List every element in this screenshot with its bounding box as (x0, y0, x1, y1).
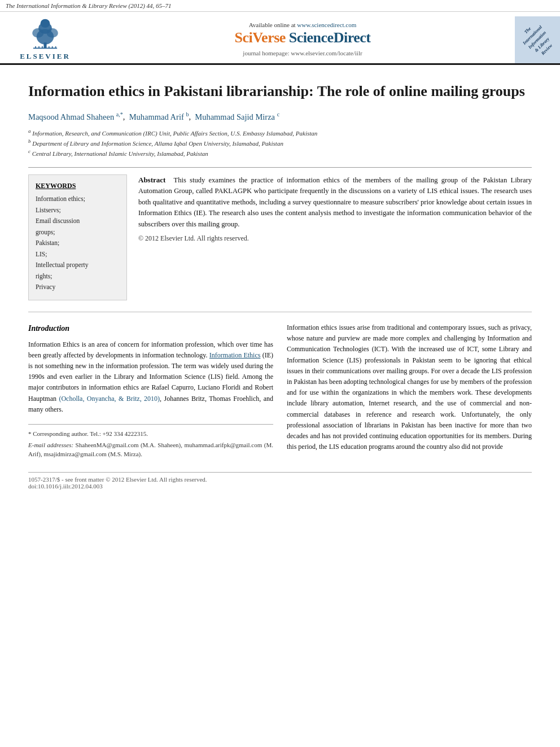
main-content: Information ethics in Pakistani libraria… (0, 65, 560, 501)
keywords-title: KEYWORDS (36, 182, 120, 190)
article-title: Information ethics in Pakistani libraria… (28, 82, 532, 101)
intro-col-left: Introduction Information Ethics is an ar… (28, 322, 273, 461)
elsevier-wordmark: ELSEVIER (20, 52, 71, 61)
footnote-section: * Corresponding author. Tel.: +92 334 42… (28, 424, 273, 459)
journal-logo-right: The International Information & Library … (515, 16, 560, 63)
abstract-copyright: © 2012 Elsevier Ltd. All rights reserved… (138, 234, 532, 243)
intro-heading: Introduction (28, 322, 273, 335)
footer-doi: doi:10.1016/j.iilr.2012.04.003 (28, 483, 532, 490)
affiliations: a Information, Research, and Communicati… (28, 128, 532, 158)
authors-line: Maqsood Ahmad Shaheen a,*, Muhammad Arif… (28, 111, 532, 122)
affiliation-a: a Information, Research, and Communicati… (28, 128, 532, 138)
email-arif-link: muhammad.arifpk@gmail.com (184, 442, 262, 448)
journal-header: ELSEVIER Available online at www.science… (0, 12, 560, 65)
affiliation-c: c Central Library, International Islamic… (28, 148, 532, 158)
abstract-text: Abstract This study examines the practic… (138, 174, 532, 230)
email-shaheen-link: ShaheenMA@gmail.com (76, 442, 139, 448)
sciencedirect-link[interactable]: www.sciencedirect.com (297, 21, 356, 28)
email-mirza-link: msajidmirza@gmail.com (44, 451, 107, 457)
intro-col-right: Information ethics issues arise from tra… (287, 322, 532, 461)
abstract-content: Abstract This study examines the practic… (138, 174, 532, 300)
sciverse-brand: SciVerse ScienceDirect (235, 29, 371, 46)
available-online-text: Available online at www.sciencedirect.co… (249, 21, 357, 28)
divider-top (28, 167, 532, 168)
svg-point-5 (41, 19, 50, 28)
footnote-emails: E-mail addresses: ShaheenMA@gmail.com (M… (28, 440, 273, 459)
cite-ocholla: (Ocholla, Onyancha, & Britz, 2010) (59, 395, 160, 403)
body-columns: Introduction Information Ethics is an ar… (28, 322, 532, 461)
journal-homepage-text: journal homepage: www.elsevier.com/locat… (243, 50, 362, 56)
journal-citation: The International Information & Library … (0, 0, 560, 12)
author-arif[interactable]: Muhammad Arif (129, 112, 184, 121)
affiliation-b: b Department of Library and Information … (28, 138, 532, 148)
section-divider (28, 312, 532, 312)
author-shaheen[interactable]: Maqsood Ahmad Shaheen (28, 112, 114, 121)
author-mirza[interactable]: Muhammad Sajid Mirza (195, 112, 275, 121)
elsevier-logo: ELSEVIER (0, 16, 90, 63)
keywords-box: KEYWORDS Information ethics; Listservs; … (28, 174, 127, 300)
keywords-list: Information ethics; Listservs; Email dis… (36, 194, 120, 293)
elsevier-tree-icon (28, 19, 62, 50)
info-ethics-link: Information Ethics (209, 351, 261, 359)
intro-text-left: Information Ethics is an area of concern… (28, 339, 273, 415)
page-footer: 1057-2317/$ - see front matter © 2012 El… (28, 472, 532, 490)
footer-issn: 1057-2317/$ - see front matter © 2012 El… (28, 476, 532, 483)
abstract-body: This study examines the practice of info… (138, 176, 532, 228)
intro-text-right: Information ethics issues arise from tra… (287, 322, 532, 452)
abstract-label: Abstract (138, 176, 165, 184)
footnote-corresponding: * Corresponding author. Tel.: +92 334 42… (28, 429, 273, 439)
sciverse-center: Available online at www.sciencedirect.co… (90, 16, 515, 63)
abstract-section: KEYWORDS Information ethics; Listservs; … (28, 174, 532, 300)
